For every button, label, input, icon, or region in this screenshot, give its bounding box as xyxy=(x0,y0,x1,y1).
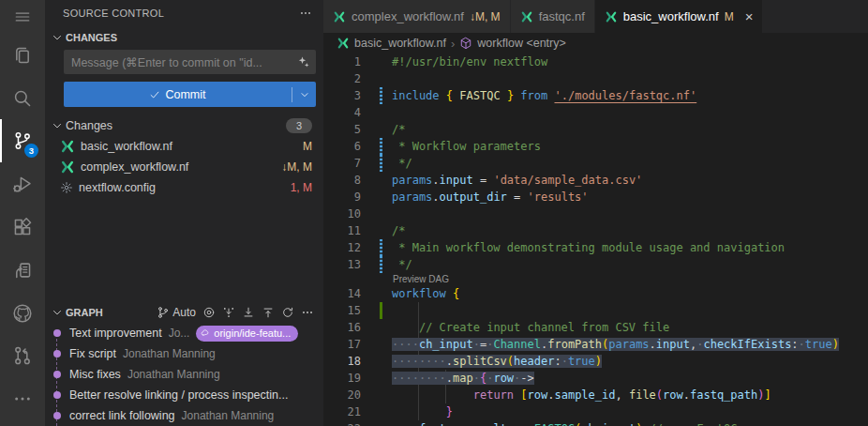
source-control-more-icon[interactable] xyxy=(299,7,312,20)
code-text: */ xyxy=(392,155,412,172)
code-line-6[interactable]: 6 * Workflow parameters xyxy=(323,138,868,155)
nextflow-icon xyxy=(333,10,346,23)
gutter-add-indicator xyxy=(380,302,382,319)
code-line-22[interactable]: 22 fastqc_results = FASTQC(ch_input) // … xyxy=(323,420,868,426)
line-number: 19 xyxy=(323,370,361,387)
commit-row[interactable]: Better resolve linking / process inspect… xyxy=(45,385,323,405)
line-number: 14 xyxy=(323,285,361,302)
tab-basic_workflow.nf[interactable]: basic_workflow.nfM× xyxy=(595,0,763,33)
commit-row[interactable]: Misc fixesJonathan Manning xyxy=(45,364,323,385)
changes-section-header[interactable]: CHANGES xyxy=(45,26,323,48)
code-line-5[interactable]: 5/* xyxy=(323,121,868,138)
code-line-3[interactable]: 3include { FASTQC } from './modules/fast… xyxy=(323,87,868,104)
line-number: 7 xyxy=(323,155,361,172)
line-number: 11 xyxy=(323,222,361,239)
activity-item-search[interactable] xyxy=(0,77,45,120)
code-line-2[interactable]: 2 xyxy=(323,70,868,87)
commit-button[interactable]: Commit xyxy=(64,82,316,107)
code-line-17[interactable]: 17····ch_input·=·Channel.fromPath(params… xyxy=(323,336,868,353)
scm-file-name: nextflow.config xyxy=(79,181,156,194)
pull-request-icon xyxy=(12,345,33,366)
activity-item-more-views[interactable] xyxy=(0,377,45,420)
search-icon xyxy=(12,88,33,109)
push-icon[interactable] xyxy=(262,306,275,319)
activity-item-source-control[interactable]: 3 xyxy=(0,119,45,162)
commit-message-input[interactable]: Message (⌘Enter to commit on "id... xyxy=(64,50,316,74)
code-line-12[interactable]: 12 * Main workflow demonstrating module … xyxy=(323,239,868,256)
commit-row[interactable]: Text improvementJo...origin/ide-featu... xyxy=(45,323,323,343)
activity-item-run-debug[interactable] xyxy=(0,162,45,205)
commit-author: Jonathan Manning xyxy=(182,409,275,422)
refresh-icon[interactable] xyxy=(281,306,294,319)
code-line-20[interactable]: 20 return [row.sample_id, file(row.fastq… xyxy=(323,387,868,403)
code-line-4[interactable]: 4 xyxy=(323,104,868,121)
code-line-13[interactable]: 13 */ xyxy=(323,256,868,273)
code-text: params.output_dir = 'results' xyxy=(392,189,589,205)
code-line-11[interactable]: 11/* xyxy=(323,222,868,239)
breadcrumb: basic_workflow.nf › workflow <entry> xyxy=(323,33,868,53)
code-line-15[interactable]: 15 xyxy=(323,302,868,319)
graph-dot-col xyxy=(45,391,69,399)
commit-author: Jonathan Manning xyxy=(127,368,220,381)
close-icon[interactable]: × xyxy=(745,9,754,23)
breadcrumb-separator: › xyxy=(451,37,455,51)
activity-item-references[interactable] xyxy=(0,249,45,292)
activity-badge: 3 xyxy=(24,144,38,158)
commit-row[interactable]: correct link followingJonathan Manning xyxy=(45,405,323,426)
changes-file-list: basic_workflow.nfMcomplex_workflow.nf↓M,… xyxy=(45,136,323,198)
code-text: * Main workflow demonstrating module usa… xyxy=(392,239,785,256)
scm-file-row-basic_workflow.nf[interactable]: basic_workflow.nfM xyxy=(45,136,323,157)
commit-message: Better resolve linking / process inspect… xyxy=(69,388,288,402)
code-line-19[interactable]: 19········.map·{·row·-> xyxy=(323,370,868,387)
changes-tree-header[interactable]: Changes 3 xyxy=(45,115,323,136)
target-icon[interactable] xyxy=(202,306,216,319)
code-line-10[interactable]: 10 xyxy=(323,205,868,222)
graph-dot-col xyxy=(45,350,69,358)
scm-file-status: M xyxy=(303,140,312,153)
code-line-18[interactable]: 18········.splitCsv(header:·true) xyxy=(323,353,868,370)
code-line-16[interactable]: 16 // Create input channel from CSV file xyxy=(323,319,868,336)
commit-message: Text improvement xyxy=(69,327,162,340)
gutter-mod-indicator xyxy=(380,138,382,155)
code-line-9[interactable]: 9params.output_dir = 'results' xyxy=(323,189,868,205)
commit-ref-badge[interactable]: origin/ide-featu... xyxy=(196,326,298,342)
scm-file-row-nextflow.config[interactable]: nextflow.config1, M xyxy=(45,177,323,198)
source-control-sidebar: SOURCE CONTROL CHANGES Message (⌘Enter t… xyxy=(45,0,323,426)
scm-file-row-complex_workflow.nf[interactable]: complex_workflow.nf↓M, M xyxy=(45,157,323,177)
graph-section-header[interactable]: GRAPH Auto xyxy=(45,302,323,323)
activity-item-extensions[interactable] xyxy=(0,205,45,249)
sparkle-icon[interactable] xyxy=(297,55,310,68)
code-line-1[interactable]: 1#!/usr/bin/env nextflow xyxy=(323,53,868,70)
tab-fastqc.nf[interactable]: fastqc.nf xyxy=(511,0,594,33)
activity-item-explorer[interactable] xyxy=(0,34,45,77)
code-line-14[interactable]: 14workflow { xyxy=(323,285,868,302)
pull-icon[interactable] xyxy=(242,306,255,319)
code-text: } xyxy=(392,403,453,420)
gutter-mod-indicator xyxy=(380,155,382,172)
fetch-icon[interactable] xyxy=(222,306,235,319)
code-line-7[interactable]: 7 */ xyxy=(323,155,868,172)
tab-complex_workflow.nf[interactable]: complex_workflow.nf↓M, M xyxy=(323,0,510,33)
code-line-21[interactable]: 21 } xyxy=(323,403,868,420)
activity-item-menu[interactable] xyxy=(0,0,45,34)
commit-row[interactable]: Fix scriptJonathan Manning xyxy=(45,343,323,364)
breadcrumb-file[interactable]: basic_workflow.nf xyxy=(354,37,446,50)
breadcrumb-symbol[interactable]: workflow <entry> xyxy=(477,37,565,50)
activity-item-pull-request[interactable] xyxy=(0,334,45,377)
code-line-8[interactable]: 8params.input = 'data/sample_data.csv' xyxy=(323,172,868,189)
code-text: ········.splitCsv(header:·true) xyxy=(392,353,602,370)
graph-auto-toggle[interactable]: Auto xyxy=(157,306,196,319)
selection-highlight: ········.splitCsv(header:·true) xyxy=(392,355,602,368)
nextflow-icon xyxy=(605,10,618,23)
scm-file-status: 1, M xyxy=(291,181,312,194)
code-editor[interactable]: 1#!/usr/bin/env nextflow23include { FAST… xyxy=(323,53,868,426)
activity-item-github[interactable] xyxy=(0,292,45,335)
commit-dropdown-button[interactable] xyxy=(292,89,316,100)
code-lens-preview-dag[interactable]: Preview DAG xyxy=(323,273,868,285)
nextflow-file-icon xyxy=(337,37,350,50)
explorer-icon xyxy=(12,45,33,66)
more-icon[interactable] xyxy=(301,306,314,319)
scm-file-name: basic_workflow.nf xyxy=(81,140,172,153)
github-icon xyxy=(12,303,33,324)
tab-label: fastqc.nf xyxy=(539,9,585,23)
